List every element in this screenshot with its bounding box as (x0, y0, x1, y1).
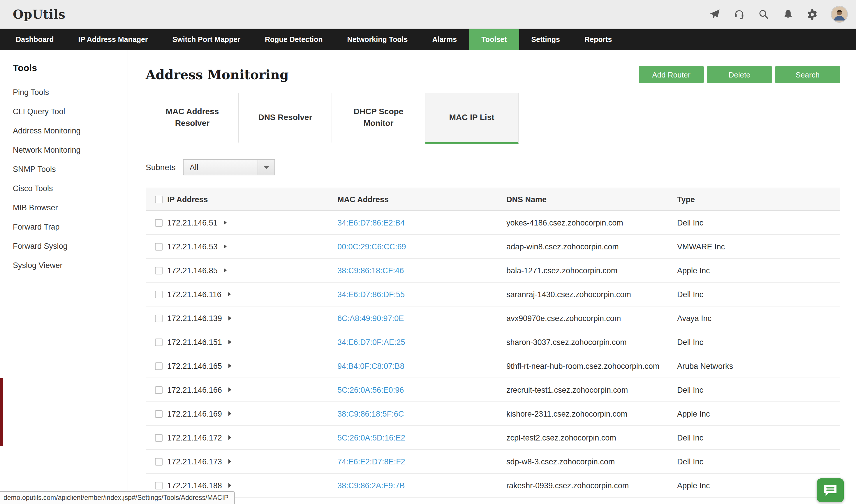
table-row: 172.21.146.1396C:A8:49:90:97:0Eavx90970e… (146, 306, 840, 330)
table-row: 172.21.146.16938:C9:86:18:5F:6Ckishore-2… (146, 402, 840, 426)
mac-address-link[interactable]: 5C:26:0A:56:E0:96 (337, 385, 404, 394)
feedback-tab[interactable] (0, 378, 3, 446)
expand-row-icon[interactable] (228, 483, 231, 488)
sidebar-item-syslog-viewer[interactable]: Syslog Viewer (0, 256, 128, 275)
dns-name: bala-1271.csez.zohocorpin.com (506, 266, 677, 275)
page-actions: Add Router Delete Search (639, 66, 840, 83)
nav-tab-networking-tools[interactable]: Networking Tools (335, 29, 420, 50)
mac-address-link[interactable]: 00:0C:29:C6:CC:69 (337, 242, 406, 251)
tab-dhcp-scope-monitor[interactable]: DHCP Scope Monitor (332, 93, 425, 144)
nav-tab-reports[interactable]: Reports (572, 29, 624, 50)
nav-tab-alarms[interactable]: Alarms (420, 29, 469, 50)
sidebar-item-cisco-tools[interactable]: Cisco Tools (0, 179, 128, 198)
mac-address-link[interactable]: 38:C9:86:2A:E9:7B (337, 481, 405, 490)
row-checkbox[interactable] (155, 267, 163, 274)
expand-row-icon[interactable] (228, 435, 231, 440)
row-checkbox[interactable] (155, 219, 163, 227)
row-checkbox[interactable] (155, 290, 163, 298)
row-checkbox[interactable] (155, 458, 163, 465)
expand-row-icon[interactable] (228, 292, 231, 296)
expand-row-icon[interactable] (228, 316, 231, 321)
sidebar-item-forward-trap[interactable]: Forward Trap (0, 217, 128, 237)
select-all-checkbox[interactable] (155, 196, 163, 203)
dns-name: kishore-2311.csez.zohocorpin.com (506, 409, 677, 418)
ip-address: 172.21.146.139 (167, 314, 222, 323)
mac-address-link[interactable]: 34:E6:D7:86:DF:55 (337, 290, 405, 299)
row-checkbox[interactable] (155, 386, 163, 394)
ip-address: 172.21.146.165 (167, 362, 222, 370)
search-icon[interactable] (757, 8, 769, 20)
mac-address-link[interactable]: 34:E6:D7:0F:AE:25 (337, 338, 405, 346)
expand-row-icon[interactable] (228, 364, 231, 368)
tools-sidebar: Tools Ping ToolsCLI Query ToolAddress Mo… (0, 50, 128, 504)
nav-tab-ip-address-manager[interactable]: IP Address Manager (66, 29, 160, 50)
row-checkbox[interactable] (155, 314, 163, 322)
user-avatar[interactable] (831, 6, 848, 23)
expand-row-icon[interactable] (224, 268, 227, 273)
row-checkbox[interactable] (155, 362, 163, 370)
expand-row-icon[interactable] (228, 459, 231, 464)
row-checkbox[interactable] (155, 243, 163, 250)
ip-address: 172.21.146.53 (167, 242, 218, 251)
sidebar-item-network-monitoring[interactable]: Network Monitoring (0, 140, 128, 160)
delete-button[interactable]: Delete (707, 66, 772, 83)
mac-address-link[interactable]: 94:B4:0F:C8:07:B8 (337, 362, 405, 370)
subnets-select[interactable]: All (183, 159, 275, 175)
device-type: Avaya Inc (677, 314, 840, 323)
tab-label: DNS Resolver (258, 112, 312, 123)
subnets-label: Subnets (146, 163, 176, 172)
mac-address-link[interactable]: 74:E6:E2:D7:8E:F2 (337, 457, 405, 466)
mac-address-link[interactable]: 38:C9:86:18:5F:6C (337, 409, 404, 418)
tab-label: MAC IP List (449, 112, 494, 123)
top-bar: OpUtils (0, 0, 856, 29)
subnets-dropdown-button[interactable] (258, 160, 275, 175)
add-router-button[interactable]: Add Router (639, 66, 704, 83)
live-chat-button[interactable] (817, 479, 844, 502)
device-type: Dell Inc (677, 457, 840, 466)
expand-row-icon[interactable] (224, 220, 227, 225)
nav-tab-toolset[interactable]: Toolset (469, 29, 519, 50)
tab-mac-ip-list[interactable]: MAC IP List (425, 93, 519, 144)
row-checkbox[interactable] (155, 434, 163, 442)
mac-address-link[interactable]: 5C:26:0A:5D:16:E2 (337, 433, 405, 442)
mac-address-link[interactable]: 6C:A8:49:90:97:0E (337, 314, 404, 323)
nav-tab-switch-port-mapper[interactable]: Switch Port Mapper (160, 29, 253, 50)
search-button[interactable]: Search (775, 66, 840, 83)
subnets-filter: Subnets All (146, 159, 840, 175)
sidebar-item-snmp-tools[interactable]: SNMP Tools (0, 160, 128, 179)
column-header-mac: MAC Address (337, 195, 506, 204)
launch-icon[interactable] (709, 8, 720, 20)
tab-mac-address-resolver[interactable]: MAC Address Resolver (146, 93, 239, 144)
mac-address-link[interactable]: 34:E6:D7:86:E2:B4 (337, 218, 405, 227)
mac-address-link[interactable]: 38:C9:86:18:CF:46 (337, 266, 404, 275)
table-row: 172.21.146.5134:E6:D7:86:E2:B4yokes-4186… (146, 211, 840, 235)
expand-row-icon[interactable] (228, 388, 231, 392)
support-headset-icon[interactable] (733, 8, 745, 20)
sidebar-item-cli-query-tool[interactable]: CLI Query Tool (0, 102, 128, 121)
expand-row-icon[interactable] (228, 411, 231, 416)
sidebar-item-address-monitoring[interactable]: Address Monitoring (0, 121, 128, 140)
row-checkbox[interactable] (155, 410, 163, 417)
sidebar-item-ping-tools[interactable]: Ping Tools (0, 83, 128, 102)
device-type: Apple Inc (677, 266, 840, 275)
sidebar-item-forward-syslog[interactable]: Forward Syslog (0, 237, 128, 256)
row-checkbox[interactable] (155, 482, 163, 489)
main-nav: DashboardIP Address ManagerSwitch Port M… (0, 29, 856, 50)
tab-label: DHCP Scope Monitor (344, 106, 413, 129)
column-header-ip: IP Address (167, 195, 337, 204)
device-type: Apple Inc (677, 409, 840, 418)
expand-row-icon[interactable] (228, 340, 231, 344)
tab-dns-resolver[interactable]: DNS Resolver (239, 93, 332, 144)
expand-row-icon[interactable] (224, 244, 227, 249)
nav-tab-settings[interactable]: Settings (519, 29, 572, 50)
sidebar-item-mib-browser[interactable]: MIB Browser (0, 198, 128, 217)
dns-name: avx90970e.csez.zohocorpin.com (506, 314, 677, 323)
notifications-icon[interactable] (782, 8, 793, 20)
settings-icon[interactable] (806, 8, 818, 20)
ip-address: 172.21.146.85 (167, 266, 218, 275)
row-checkbox[interactable] (155, 338, 163, 346)
dns-name: zrecruit-test1.csez.zohocorpin.com (506, 385, 677, 394)
nav-tab-dashboard[interactable]: Dashboard (3, 29, 66, 50)
nav-tab-rogue-detection[interactable]: Rogue Detection (253, 29, 335, 50)
device-type: Aruba Networks (677, 362, 840, 370)
